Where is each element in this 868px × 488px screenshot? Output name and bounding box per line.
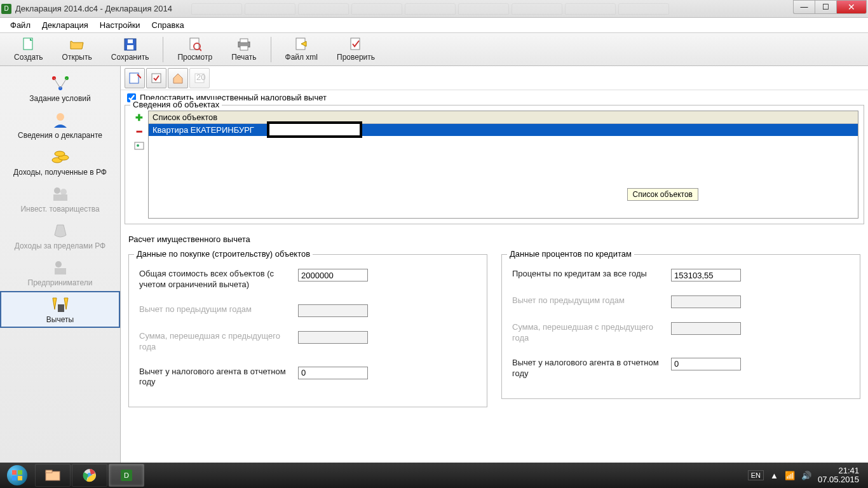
check-button[interactable]: Проверить	[328, 34, 384, 65]
save-icon	[123, 37, 137, 51]
svg-rect-31	[135, 142, 144, 149]
section-btn-2[interactable]	[146, 68, 166, 88]
sidebar-label: Предприниматели	[28, 278, 93, 287]
printer-icon	[237, 37, 251, 51]
carry-over-input	[298, 331, 368, 344]
edit-object-button[interactable]	[133, 140, 146, 151]
svg-point-21	[54, 187, 60, 194]
objects-legend: Сведения об объектах	[130, 100, 222, 109]
clock[interactable]: 21:41 07.05.2015	[818, 466, 859, 485]
total-cost-input[interactable]	[298, 269, 368, 281]
sidebar-item-entrepreneurs[interactable]: Предприниматели	[0, 254, 120, 291]
deductions-icon	[48, 295, 73, 314]
volume-icon[interactable]: 🔊	[801, 471, 811, 480]
maximize-button[interactable]: ☐	[815, 0, 836, 14]
agent-r-input[interactable]	[671, 358, 741, 370]
sidebar-item-deductions[interactable]: Вычеты	[0, 291, 120, 328]
filexml-button[interactable]: Файл xml	[276, 34, 327, 65]
menu-declaration[interactable]: Декларация	[37, 19, 93, 31]
add-object-button[interactable]: ✚	[133, 112, 146, 123]
open-button[interactable]: Открыть	[53, 34, 101, 65]
conditions-icon	[48, 74, 73, 93]
object-row[interactable]: Квартира ЕКАТЕРИНБУРГ	[149, 124, 858, 136]
object-buttons: ✚ ━	[130, 111, 148, 219]
sidebar-label: Сведения о декларанте	[18, 131, 102, 140]
agent-input[interactable]	[298, 367, 368, 379]
svg-rect-25	[55, 268, 66, 274]
sidebar-item-income-rf[interactable]: Доходы, полученные в РФ	[0, 144, 120, 180]
svg-rect-35	[12, 476, 17, 480]
carry-over-r-row: Сумма, перешедшая с предыдущего года	[512, 322, 855, 344]
folder-open-icon	[70, 37, 84, 51]
calculation-section: Расчет имущественного вычета Данные по п…	[121, 228, 868, 411]
sidebar-item-invest[interactable]: Инвест. товарищества	[0, 180, 120, 217]
print-button[interactable]: Печать	[222, 34, 265, 65]
sidebar-item-declarant[interactable]: Сведения о декларанте	[0, 107, 120, 144]
flag-icon[interactable]: ▲	[770, 471, 778, 480]
menubar: Файл Декларация Настройки Справка	[0, 18, 868, 33]
minimize-button[interactable]: —	[793, 0, 815, 14]
preview-button[interactable]: Просмотр	[168, 34, 221, 65]
new-file-icon	[22, 37, 36, 51]
language-indicator[interactable]: EN	[748, 470, 764, 480]
person-icon	[48, 111, 73, 130]
task-declaration[interactable]: D	[109, 464, 144, 487]
app-icon: D	[1, 4, 11, 14]
carry-over-row: Сумма, перешедшая с предыдущего года	[139, 331, 482, 353]
prev-years-r-input	[671, 295, 741, 308]
sidebar-item-conditions[interactable]: Задание условий	[0, 70, 120, 107]
menu-help[interactable]: Справка	[147, 19, 189, 31]
task-chrome[interactable]	[72, 464, 107, 487]
task-explorer[interactable]	[35, 464, 71, 487]
svg-rect-36	[18, 476, 22, 480]
sidebar-label: Доходы за пределами РФ	[15, 241, 105, 250]
sidebar-item-income-foreign[interactable]: Доходы за пределами РФ	[0, 217, 120, 254]
menu-settings[interactable]: Настройки	[95, 19, 146, 31]
sidebar-label: Доходы, полученные в РФ	[13, 168, 107, 177]
toolbar: Создать Открыть Сохранить Просмотр Печат…	[0, 33, 868, 66]
remove-object-button[interactable]: ━	[133, 126, 146, 137]
start-button[interactable]	[0, 463, 34, 488]
section-btn-3[interactable]	[168, 68, 188, 88]
interest-legend: Данные процентов по кредитам	[507, 249, 634, 259]
window-title: Декларация 2014.dc4 - Декларация 2014	[15, 4, 172, 13]
svg-rect-9	[240, 46, 248, 50]
objects-list-header: Список объектов	[149, 111, 858, 124]
svg-rect-8	[240, 39, 248, 43]
content: 20.. Предоставить имущественный налоговы…	[121, 66, 868, 463]
prev-years-r-row: Вычет по предыдущим годам	[512, 295, 855, 308]
menu-file[interactable]: Файл	[5, 19, 36, 31]
agent-r-row: Вычет у налогового агента в отчетном год…	[512, 358, 855, 379]
create-button[interactable]: Создать	[5, 34, 52, 65]
total-cost-row: Общая стоимость всех объектов (с учетом …	[139, 269, 482, 290]
provide-deduction-row: Предоставить имущественный налоговый выч…	[121, 90, 868, 105]
prev-years-row: Вычет по предыдущим годам	[139, 304, 482, 317]
tooltip: Список объектов	[627, 188, 698, 201]
close-button[interactable]: ✕	[836, 0, 867, 14]
section-btn-4[interactable]: 20..	[189, 68, 210, 88]
preview-icon	[188, 37, 202, 51]
taskbar: D EN ▲ 📶 🔊 21:41 07.05.2015	[0, 463, 868, 488]
interest-data-group: Данные процентов по кредитам Проценты по…	[501, 254, 860, 399]
objects-list[interactable]: Список объектов Квартира ЕКАТЕРИНБУРГ	[148, 111, 858, 219]
interest-input[interactable]	[671, 269, 741, 281]
network-icon[interactable]: 📶	[785, 471, 795, 480]
svg-rect-23	[53, 194, 67, 201]
svg-point-20	[55, 151, 65, 156]
titlebar: D Декларация 2014.dc4 - Декларация 2014 …	[0, 0, 868, 18]
svg-rect-2	[127, 45, 133, 50]
purchase-data-group: Данные по покупке (строительству) объект…	[128, 254, 487, 407]
xml-icon	[294, 37, 308, 51]
save-button[interactable]: Сохранить	[102, 34, 158, 65]
section-toolbar: 20..	[121, 66, 868, 90]
svg-rect-3	[128, 39, 133, 43]
svg-rect-38	[46, 470, 52, 473]
svg-point-17	[57, 113, 64, 121]
sidebar-label: Задание условий	[29, 94, 90, 103]
separator	[163, 37, 163, 62]
section-btn-1[interactable]	[125, 68, 145, 88]
coins-icon	[48, 147, 73, 166]
carry-over-r-input	[671, 322, 741, 335]
check-icon	[349, 37, 363, 51]
svg-line-16	[60, 78, 67, 88]
